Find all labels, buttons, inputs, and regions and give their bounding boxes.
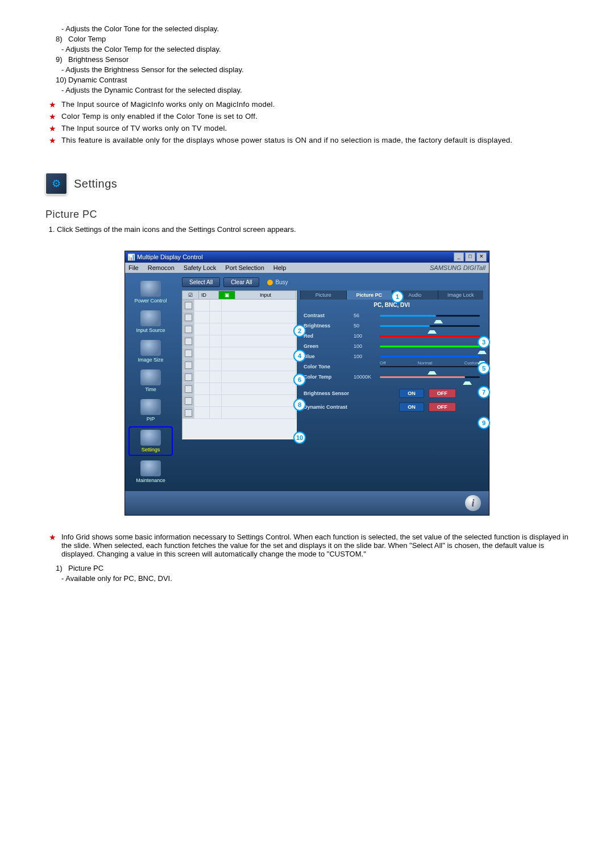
slider-color-tone[interactable]: OffNormalCustom bbox=[380, 366, 480, 367]
callout-6: 6 bbox=[293, 373, 306, 386]
menu-bar: FileRemoconSafety LockPort SelectionHelp… bbox=[125, 263, 489, 273]
table-row[interactable] bbox=[182, 371, 296, 383]
slider-contrast[interactable] bbox=[380, 315, 480, 317]
select-all-button[interactable]: Select All bbox=[182, 277, 220, 287]
slider-red[interactable] bbox=[380, 335, 480, 337]
menu-item[interactable]: File bbox=[128, 264, 139, 271]
minimize-button[interactable]: _ bbox=[454, 252, 464, 261]
sidebar-label: Image Size bbox=[130, 357, 172, 363]
slider-value: 100 bbox=[354, 354, 376, 359]
slider-value: 10000K bbox=[354, 374, 376, 380]
table-row[interactable] bbox=[182, 359, 296, 371]
toggle-off[interactable]: OFF bbox=[429, 402, 456, 412]
sidebar-item-time[interactable]: Time bbox=[130, 367, 172, 394]
sidebar-item-pip[interactable]: PIP bbox=[130, 397, 172, 424]
status-bar: i bbox=[125, 491, 489, 515]
callout-7: 7 bbox=[478, 386, 490, 398]
slider-brightness[interactable] bbox=[380, 325, 480, 327]
table-row[interactable] bbox=[182, 300, 296, 312]
busy-indicator: Busy bbox=[267, 279, 288, 285]
slider-blue[interactable] bbox=[380, 356, 480, 358]
table-row[interactable] bbox=[182, 347, 296, 359]
note-item: The Input source of TV works only on TV … bbox=[45, 124, 569, 132]
slider-value: 56 bbox=[354, 313, 376, 318]
menu-item[interactable]: Safety Lock bbox=[184, 264, 216, 271]
menu-item[interactable]: Remocon bbox=[148, 264, 175, 271]
sidebar-label: PIP bbox=[130, 416, 172, 422]
slider-value: 100 bbox=[354, 343, 376, 349]
sidebar-label: Time bbox=[130, 387, 172, 392]
sidebar-item-image-size[interactable]: Image Size bbox=[130, 338, 172, 365]
close-button[interactable]: ✕ bbox=[476, 252, 487, 261]
note-item: The Input source of MagicInfo works only… bbox=[45, 100, 569, 109]
slider-label: Contrast bbox=[304, 313, 350, 318]
sidebar-label: Input Source bbox=[130, 327, 172, 333]
list-item: 9)Brightness Sensor bbox=[56, 55, 569, 64]
tab-picture[interactable]: Picture bbox=[300, 290, 346, 300]
toggle-off[interactable]: OFF bbox=[429, 389, 456, 398]
table-row[interactable] bbox=[182, 383, 296, 395]
slider-color-temp[interactable] bbox=[380, 376, 480, 378]
list-item: 8)Color Temp bbox=[56, 35, 569, 43]
clear-all-button[interactable]: Clear All bbox=[223, 277, 259, 287]
brand-label: SAMSUNG DIGITall bbox=[430, 264, 486, 271]
sidebar-label: Power Control bbox=[130, 298, 172, 304]
callout-4: 4 bbox=[293, 350, 306, 362]
sidebar-label: Settings bbox=[130, 447, 172, 452]
grid-header-input: Input bbox=[235, 291, 296, 299]
sidebar: Power ControlInput SourceImage SizeTimeP… bbox=[125, 273, 176, 491]
callout-9: 9 bbox=[478, 417, 490, 429]
slider-row-green: Green 100 bbox=[300, 341, 483, 351]
list-item-desc: - Adjusts the Dynamic Contrast for the s… bbox=[61, 86, 569, 94]
sidebar-icon bbox=[140, 281, 161, 297]
grid-header-check[interactable]: ☑ bbox=[182, 291, 199, 299]
slider-label: Red bbox=[304, 333, 350, 339]
slider-row-red: Red 100 bbox=[300, 331, 483, 341]
table-row[interactable] bbox=[182, 407, 296, 419]
tab-image-lock[interactable]: Image Lock bbox=[438, 290, 484, 300]
slider-label: Green bbox=[304, 343, 350, 349]
callout-2: 2 bbox=[293, 325, 306, 337]
table-row[interactable] bbox=[182, 395, 296, 407]
table-row[interactable] bbox=[182, 323, 296, 335]
menu-item[interactable]: Help bbox=[273, 264, 287, 271]
list-item-desc: - Available only for PC, BNC, DVI. bbox=[61, 574, 569, 583]
sidebar-item-power-control[interactable]: Power Control bbox=[130, 279, 172, 306]
slider-row-color-tone: Color Tone OffNormalCustom bbox=[300, 362, 483, 372]
callout-8: 8 bbox=[293, 398, 306, 411]
toggle-on[interactable]: ON bbox=[399, 389, 424, 398]
section-header: ⚙ Settings bbox=[45, 173, 569, 194]
sidebar-item-maintenance[interactable]: Maintenance bbox=[130, 458, 172, 485]
app-window: 📊 Multiple Display Control _ □ ✕ FileRem… bbox=[125, 251, 489, 516]
post-note: Info Grid shows some basic information n… bbox=[45, 533, 569, 558]
tab-picture-pc[interactable]: Picture PC bbox=[346, 290, 392, 300]
list-item: 1)Picture PC bbox=[56, 564, 569, 572]
subsection-title: Picture PC bbox=[45, 209, 569, 221]
color-tone-option: Custom bbox=[464, 360, 480, 366]
grid-header-id: ID bbox=[199, 291, 219, 299]
settings-icon: ⚙ bbox=[45, 173, 67, 194]
toggle-row-brightness-sensor: Brightness Sensor ON OFF bbox=[300, 387, 483, 400]
info-grid[interactable]: ☑ ID ▣ Input bbox=[182, 290, 297, 439]
color-tone-option: Off bbox=[380, 360, 386, 366]
sidebar-item-settings[interactable]: Settings bbox=[128, 426, 173, 456]
post-note-list: Info Grid shows some basic information n… bbox=[45, 533, 569, 558]
intro-list: - Adjusts the Color Tone for the selecte… bbox=[45, 24, 569, 94]
sidebar-label: Maintenance bbox=[130, 477, 172, 483]
maximize-button[interactable]: □ bbox=[465, 252, 475, 261]
table-row[interactable] bbox=[182, 335, 296, 347]
window-buttons[interactable]: _ □ ✕ bbox=[454, 252, 487, 261]
table-row[interactable] bbox=[182, 312, 296, 323]
instruction-step: Click Settings of the main icons and the… bbox=[57, 225, 569, 234]
mode-label: PC, BNC, DVI bbox=[300, 300, 483, 310]
list-item: 10)Dynamic Contrast bbox=[56, 76, 569, 84]
slider-value: 50 bbox=[354, 323, 376, 329]
menu-item[interactable]: Port Selection bbox=[225, 264, 264, 271]
toggle-on[interactable]: ON bbox=[399, 402, 424, 412]
sidebar-item-input-source[interactable]: Input Source bbox=[130, 308, 172, 335]
callout-5: 5 bbox=[478, 362, 490, 375]
slider-green[interactable] bbox=[380, 346, 480, 347]
sidebar-icon bbox=[140, 430, 161, 446]
info-icon[interactable]: i bbox=[465, 495, 481, 511]
toggle-row-dynamic-contrast: Dynamic Contrast ON OFF bbox=[300, 400, 483, 414]
